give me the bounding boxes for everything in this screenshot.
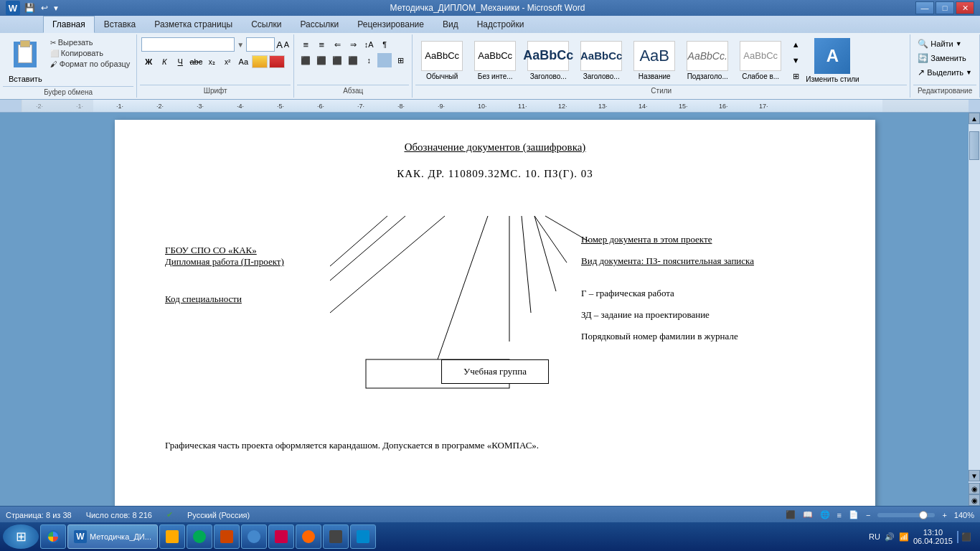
taskbar-item-9[interactable]	[323, 524, 349, 549]
style-heading2[interactable]: AaBbCc Заголово...	[576, 39, 626, 82]
change-styles-button[interactable]: A	[814, 38, 850, 74]
style-subtitle-preview: AaBbCc.	[687, 41, 728, 71]
align-right-button[interactable]: ⬛	[330, 53, 344, 67]
line-spacing-button[interactable]: ↕	[362, 53, 376, 67]
font-size-increase-icon[interactable]: A	[276, 39, 283, 50]
document-footer: Графическая часть проекта оформляется ка…	[165, 438, 825, 453]
superscript-button[interactable]: x²	[220, 55, 235, 69]
tab-insert[interactable]: Вставка	[95, 16, 146, 33]
svg-text:·4·: ·4·	[237, 103, 244, 110]
document-area[interactable]: Обозначение документов (зашифровка) КАК.…	[22, 113, 969, 506]
taskbar-icon-9	[329, 530, 342, 543]
style-subtitle[interactable]: AaBbCc. Подзаголо...	[682, 39, 732, 82]
style-heading1[interactable]: AaBbCc Заголово...	[523, 39, 573, 82]
minimize-button[interactable]: —	[915, 1, 934, 14]
scroll-prev-page-button[interactable]: ◉	[969, 483, 980, 494]
svg-text:·7·: ·7·	[357, 103, 364, 110]
subscript-button[interactable]: x₂	[204, 55, 219, 69]
taskbar-item-6[interactable]	[241, 524, 267, 549]
font-color-button[interactable]	[269, 55, 285, 68]
ruler-right-corner	[969, 100, 980, 112]
right-scrollbar[interactable]: ▲ ▼ ◉ ◉	[969, 113, 980, 506]
show-marks-button[interactable]: ¶	[377, 37, 392, 52]
maximize-button[interactable]: □	[936, 1, 954, 14]
sort-button[interactable]: ↕A	[362, 37, 376, 52]
style-weak[interactable]: AaBbCc Слабое в...	[735, 39, 786, 82]
zoom-out-button[interactable]: −	[866, 511, 870, 519]
scroll-track[interactable]	[969, 124, 980, 470]
font-size-input[interactable]: 14	[246, 37, 275, 52]
font-group: Times New Roman ▼ 14 A A Ж К Ч abc x₂ x²…	[137, 34, 294, 98]
close-button[interactable]: ✕	[956, 1, 974, 14]
styles-up-button[interactable]: ▲	[788, 37, 803, 52]
case-button[interactable]: Аа	[236, 55, 250, 69]
align-justify-button[interactable]: ⬛	[346, 53, 360, 67]
taskbar-item-5[interactable]	[214, 524, 240, 549]
zoom-slider[interactable]	[877, 513, 935, 517]
document-diagram: ГБОУ СПО СО «КАК» Дипломная работа (П-пр…	[165, 202, 825, 424]
italic-button[interactable]: К	[157, 55, 171, 69]
view-draft-button[interactable]: 📄	[849, 510, 859, 519]
scroll-next-page-button[interactable]: ◉	[969, 494, 980, 506]
tab-addins[interactable]: Надстройки	[468, 16, 534, 33]
tab-review[interactable]: Рецензирование	[348, 16, 433, 33]
style-title[interactable]: AaB Название	[629, 39, 679, 82]
svg-text:15·: 15·	[679, 103, 688, 110]
quick-access-dropdown[interactable]: ▼	[52, 4, 60, 12]
zoom-in-button[interactable]: +	[942, 511, 946, 519]
replace-button[interactable]: 🔄 Заменить	[915, 52, 969, 65]
indent-increase-button[interactable]: ⇒	[346, 37, 360, 52]
view-outline-button[interactable]: ≡	[837, 511, 842, 519]
view-reading-button[interactable]: 📖	[803, 510, 813, 519]
word-icon[interactable]: W	[6, 1, 20, 15]
font-size-decrease-icon[interactable]: A	[284, 40, 289, 49]
cut-button[interactable]: ✂ Вырезать	[48, 37, 133, 47]
taskbar-item-3[interactable]	[159, 524, 185, 549]
change-styles: A Изменить стили	[806, 38, 859, 83]
styles-down-button[interactable]: ▼	[788, 53, 803, 67]
styles-label: Стили	[415, 85, 907, 96]
font-name-input[interactable]: Times New Roman	[141, 37, 235, 52]
view-normal-button[interactable]: ⬛	[786, 510, 796, 519]
style-no-spacing[interactable]: AaBbCc Без инте...	[470, 39, 520, 82]
underline-button[interactable]: Ч	[173, 55, 187, 69]
highlight-button[interactable]	[252, 55, 268, 68]
tab-mailings[interactable]: Рассылки	[291, 16, 348, 33]
strikethrough-button[interactable]: abc	[189, 55, 203, 69]
quick-access-undo[interactable]: ↩	[39, 1, 50, 14]
bold-button[interactable]: Ж	[141, 55, 156, 69]
paste-button[interactable]: Вставить	[4, 37, 47, 85]
scroll-up-button[interactable]: ▲	[969, 113, 980, 124]
paragraph-content: ≡ ≡ ⇐ ⇒ ↕A ¶ ⬛ ⬛ ⬛ ⬛ ↕ ⊞	[297, 36, 409, 85]
taskbar-word[interactable]: W Методичка_ДИ...	[67, 524, 158, 549]
show-desktop-button[interactable]: ⬛	[957, 531, 974, 543]
find-button[interactable]: 🔍 Найти ▼	[915, 37, 964, 50]
start-button[interactable]: ⊞	[3, 524, 39, 549]
taskbar-item-4[interactable]	[187, 524, 212, 549]
ordered-list-button[interactable]: ≡	[314, 37, 329, 52]
style-normal[interactable]: AaBbCc Обычный	[417, 39, 467, 82]
tab-page-layout[interactable]: Разметка страницы	[145, 16, 242, 33]
styles-more-button[interactable]: ⊞	[788, 69, 803, 83]
scroll-thumb[interactable]	[969, 131, 979, 160]
tab-references[interactable]: Ссылки	[242, 16, 291, 33]
taskbar-chrome[interactable]	[40, 524, 66, 549]
indent-decrease-button[interactable]: ⇐	[330, 37, 344, 52]
select-button[interactable]: ↗ Выделить ▼	[915, 66, 975, 79]
scroll-down-button[interactable]: ▼	[969, 470, 980, 481]
style-title-preview: AaB	[633, 41, 675, 71]
copy-button[interactable]: ⬜ Копировать	[48, 48, 133, 58]
align-center-button[interactable]: ⬛	[314, 53, 329, 67]
tab-view[interactable]: Вид	[433, 16, 468, 33]
taskbar-item-7[interactable]	[268, 524, 294, 549]
border-button[interactable]: ⊞	[393, 53, 407, 67]
quick-access-save[interactable]: 💾	[23, 1, 37, 14]
format-painter-button[interactable]: 🖌 Формат по образцу	[48, 59, 133, 69]
align-left-button[interactable]: ⬛	[298, 53, 313, 67]
tab-home[interactable]: Главная	[43, 16, 95, 33]
unordered-list-button[interactable]: ≡	[298, 37, 313, 52]
view-web-button[interactable]: 🌐	[820, 510, 830, 519]
taskbar-item-8[interactable]	[296, 524, 321, 549]
taskbar-item-10[interactable]	[350, 524, 376, 549]
shading-button[interactable]	[377, 53, 392, 67]
